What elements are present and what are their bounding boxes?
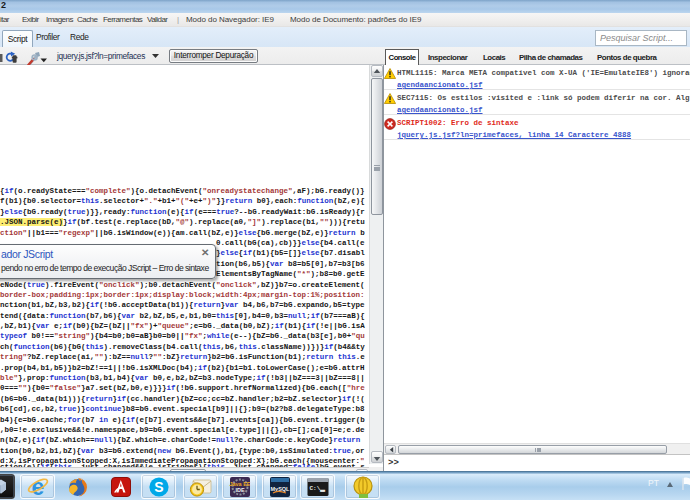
svg-text:MySQL: MySQL — [270, 485, 290, 491]
svg-text:S: S — [154, 479, 163, 495]
svg-text:IDE: IDE — [235, 487, 245, 493]
svg-text:C:\▂: C:\▂ — [309, 484, 325, 491]
